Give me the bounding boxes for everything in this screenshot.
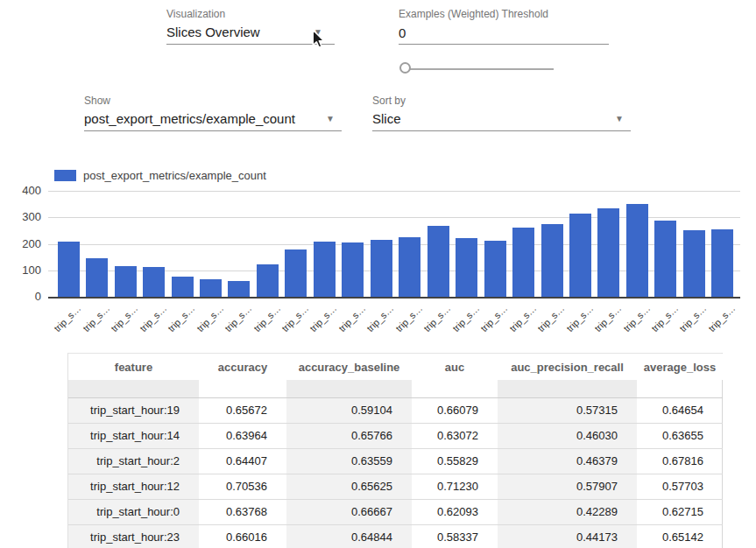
table-row[interactable]: trip_start_hour:20.644070.635590.558290.… [68, 448, 723, 474]
chart-legend: post_export_metrics/example_count [54, 169, 266, 182]
metric-cell: 0.66016 [199, 524, 286, 548]
sort-by-value[interactable]: Slice ▼ [372, 109, 631, 131]
x-axis-tick-label: trip_s… [564, 303, 595, 334]
table-row[interactable]: trip_start_hour:190.656720.591040.660790… [68, 397, 723, 423]
slider-thumb[interactable] [399, 62, 411, 74]
metric-cell: 0.64844 [286, 524, 412, 548]
feature-cell: trip_start_hour:2 [68, 448, 199, 474]
chevron-down-icon[interactable]: ▼ [326, 115, 335, 123]
sort-by-select[interactable]: Sort by Slice ▼ [372, 93, 631, 131]
visualization-value[interactable]: Slices Overview ▼ [166, 22, 335, 45]
x-axis-tick-label: trip_s… [507, 303, 538, 334]
bar[interactable] [512, 228, 534, 297]
bar[interactable] [143, 267, 165, 297]
threshold-value[interactable] [399, 22, 609, 45]
show-value[interactable]: post_export_metrics/example_count ▼ [84, 109, 342, 131]
bar[interactable] [541, 224, 563, 297]
feature-cell: trip_start_hour:23 [68, 524, 199, 548]
metric-cell: 0.57907 [498, 474, 637, 499]
bar[interactable] [484, 241, 506, 297]
metric-cell: 0.65672 [199, 397, 286, 423]
bar[interactable] [427, 226, 449, 297]
mouse-cursor-icon [311, 29, 326, 49]
filter-cell [199, 380, 286, 397]
legend-label: post_export_metrics/example_count [83, 169, 266, 182]
x-axis-tick-label: trip_s… [649, 303, 680, 334]
table-row[interactable]: trip_start_hour:140.639640.657660.630720… [68, 423, 723, 448]
x-axis-tick-label: trip_s… [194, 303, 225, 334]
bar[interactable] [626, 204, 648, 297]
feature-cell: trip_start_hour:19 [68, 397, 199, 423]
column-header[interactable]: feature [68, 354, 199, 380]
filter-cell [498, 380, 637, 397]
x-axis-tick-label: trip_s… [251, 303, 282, 334]
show-select[interactable]: Show post_export_metrics/example_count ▼ [84, 93, 342, 131]
y-axis-tick-label: 300 [4, 210, 41, 223]
metric-cell: 0.46379 [498, 448, 637, 474]
bar[interactable] [597, 208, 619, 297]
metric-cell: 0.63559 [286, 448, 412, 474]
bar[interactable] [115, 266, 137, 297]
bar[interactable] [654, 221, 676, 297]
column-header[interactable]: accuracy_baseline [286, 354, 412, 380]
show-label: Show [84, 93, 342, 109]
bar[interactable] [228, 281, 250, 297]
feature-cell: trip_start_hour:12 [68, 474, 199, 499]
column-header[interactable]: average_loss [637, 354, 723, 380]
x-axis-tick-label: trip_s… [393, 303, 424, 334]
bar[interactable] [257, 264, 279, 297]
x-axis-tick-label: trip_s… [478, 303, 509, 334]
bar[interactable] [456, 238, 477, 297]
bar[interactable] [172, 277, 194, 297]
filter-cell [637, 380, 723, 397]
metrics-table: featureaccuracyaccuracy_baselineaucauc_p… [67, 353, 723, 548]
feature-cell: trip_start_hour:0 [68, 499, 199, 524]
x-axis-tick-label: trip_s… [421, 303, 452, 334]
threshold-slider[interactable] [399, 62, 554, 76]
bar[interactable] [399, 237, 420, 297]
table-row[interactable]: trip_start_hour:00.637680.666670.620930.… [68, 499, 723, 524]
metric-cell: 0.63072 [412, 423, 498, 448]
bar[interactable] [58, 242, 80, 297]
table-row[interactable]: trip_start_hour:230.660160.648440.583370… [68, 524, 723, 548]
metric-cell: 0.67816 [637, 448, 723, 474]
metric-cell: 0.57703 [637, 474, 723, 499]
table-row[interactable]: trip_start_hour:120.705360.656250.712300… [68, 474, 723, 499]
bar[interactable] [683, 230, 705, 297]
column-header[interactable]: auc [412, 354, 498, 380]
metric-cell: 0.65766 [286, 423, 412, 448]
threshold-label: Examples (Weighted) Threshold [399, 6, 609, 22]
bar[interactable] [711, 229, 733, 297]
x-axis-tick-label: trip_s… [450, 303, 481, 334]
slider-track[interactable] [406, 68, 554, 70]
chevron-down-icon[interactable]: ▼ [615, 115, 624, 123]
gridline [48, 297, 740, 299]
bar[interactable] [342, 242, 364, 297]
threshold-input[interactable] [399, 22, 609, 43]
x-axis-tick-label: trip_s… [52, 303, 82, 334]
metric-cell: 0.63768 [199, 499, 286, 524]
bar[interactable] [569, 214, 591, 297]
tfma-slices-overview: Visualization Slices Overview ▼ Examples… [0, 0, 756, 548]
bar[interactable] [86, 258, 108, 297]
metric-cell: 0.46030 [498, 423, 637, 448]
column-header[interactable]: accuracy [199, 354, 286, 380]
threshold-field[interactable]: Examples (Weighted) Threshold [399, 6, 609, 45]
column-header[interactable]: auc_precision_recall [498, 354, 637, 380]
gridline [48, 191, 740, 192]
visualization-select[interactable]: Visualization Slices Overview ▼ [166, 6, 335, 45]
metric-cell: 0.44173 [498, 524, 637, 548]
metric-cell: 0.64654 [637, 397, 723, 423]
metric-cell: 0.62715 [637, 499, 723, 524]
bar[interactable] [285, 249, 307, 297]
legend-swatch [54, 170, 76, 181]
metric-cell: 0.63655 [637, 423, 723, 448]
bar[interactable] [371, 240, 392, 297]
table-head: featureaccuracyaccuracy_baselineaucauc_p… [68, 354, 723, 397]
bar[interactable] [200, 279, 222, 297]
bar[interactable] [314, 242, 336, 297]
metric-cell: 0.66079 [412, 397, 498, 423]
metric-cell: 0.70536 [199, 474, 286, 499]
x-axis-tick-label: trip_s… [592, 303, 623, 334]
filter-cell [68, 380, 199, 397]
